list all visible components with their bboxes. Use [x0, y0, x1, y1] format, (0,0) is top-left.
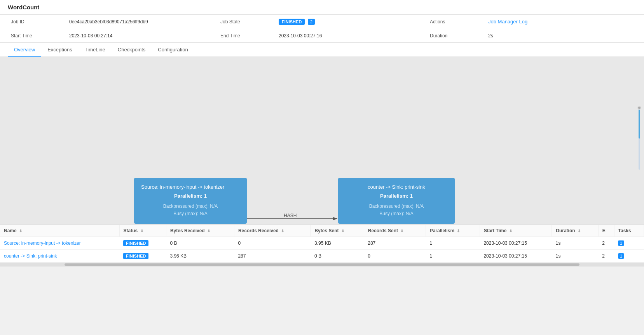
col-start-time[interactable]: Start Time ⬍: [480, 225, 552, 237]
duration-value-cell: 2s: [485, 29, 636, 42]
end-time-label-cell: End Time: [217, 29, 276, 42]
start-time-label-cell: Start Time: [8, 29, 66, 42]
end-time-value: 2023-10-03 00:27:16: [279, 33, 322, 39]
duration-label-cell: Duration: [427, 29, 485, 42]
job-id-value-cell: 0ee4ca20ab3ebf03d89071a256ff9db9: [66, 15, 217, 29]
table-scroll-bar[interactable]: [0, 263, 644, 267]
row-bytes-received: 0 B: [166, 237, 234, 250]
actions-label-cell: Actions: [427, 15, 485, 29]
duration-label: Duration: [430, 33, 447, 39]
row-status: FINISHED: [119, 237, 166, 250]
row-tasks: 1: [614, 237, 644, 250]
col-bytes-sent[interactable]: Bytes Sent ⬍: [311, 225, 364, 237]
canvas-scrollbar-track: [639, 107, 640, 170]
sink-busy: Busy (max): N/A: [345, 210, 448, 217]
row-records-sent: 0: [364, 250, 426, 263]
name-sort-icon: ⬍: [19, 229, 22, 233]
col-status[interactable]: Status ⬍: [119, 225, 166, 237]
row-name[interactable]: Source: in-memory-input -> tokenizer: [0, 237, 119, 250]
actions-value-cell[interactable]: Job Manager Log: [485, 15, 636, 29]
sink-node-stats: Backpressured (max): N/A Busy (max): N/A: [345, 203, 448, 217]
sink-backpressured: Backpressured (max): N/A: [345, 203, 448, 210]
start-time-value-cell: 2023-10-03 00:27:14: [66, 29, 217, 42]
source-busy: Busy (max): N/A: [141, 210, 240, 217]
tab-overview[interactable]: Overview: [8, 43, 41, 57]
row-records-received: 0: [234, 237, 311, 250]
graph-arrow-svg: [0, 57, 644, 225]
bytes-sent-sort-icon: ⬍: [341, 229, 344, 233]
canvas-scrollbar-thumb[interactable]: [639, 107, 640, 139]
row-tasks: 1: [614, 250, 644, 263]
start-time-value: 2023-10-03 00:27:14: [69, 33, 112, 39]
col-tasks[interactable]: Tasks: [614, 225, 644, 237]
canvas-scroll-handle[interactable]: [637, 106, 641, 110]
table-body: Source: in-memory-input -> tokenizerFINI…: [0, 237, 644, 263]
source-node-stats: Backpressured (max): N/A Busy (max): N/A: [141, 203, 240, 217]
row-e: 2: [598, 237, 614, 250]
col-name[interactable]: Name ⬍: [0, 225, 119, 237]
app-title: WordCount: [8, 4, 39, 11]
col-duration[interactable]: Duration ⬍: [552, 225, 598, 237]
tab-timeline[interactable]: TimeLine: [79, 43, 112, 57]
row-parallelism: 1: [426, 250, 480, 263]
table-scroll-thumb[interactable]: [65, 263, 580, 266]
row-parallelism: 1: [426, 237, 480, 250]
col-records-received[interactable]: Records Received ⬍: [234, 225, 311, 237]
row-bytes-sent: 0 B: [311, 250, 364, 263]
edge-label: HASH: [284, 213, 297, 218]
row-start-time: 2023-10-03 00:27:15: [480, 237, 552, 250]
job-id-label-cell: Job ID: [8, 15, 66, 29]
start-time-label: Start Time: [11, 33, 32, 39]
tab-checkpoints[interactable]: Checkpoints: [112, 43, 152, 57]
row-records-sent: 287: [364, 237, 426, 250]
job-id-label: Job ID: [11, 19, 24, 25]
job-info-panel: Job ID 0ee4ca20ab3ebf03d89071a256ff9db9 …: [0, 15, 644, 43]
table-row: counter -> Sink: print-sinkFINISHED3.96 …: [0, 250, 644, 263]
sink-node[interactable]: counter -> Sink: print-sink Parallelism:…: [338, 178, 455, 224]
row-bytes-received: 3.96 KB: [166, 250, 234, 263]
job-state-value-cell: FINISHED 2: [276, 15, 427, 29]
tab-exceptions[interactable]: Exceptions: [41, 43, 79, 57]
col-bytes-received[interactable]: Bytes Received ⬍: [166, 225, 234, 237]
table-header-row: Name ⬍ Status ⬍ Bytes Received ⬍ Records…: [0, 225, 644, 237]
end-time-value-cell: 2023-10-03 00:27:16: [276, 29, 427, 42]
row-name[interactable]: counter -> Sink: print-sink: [0, 250, 119, 263]
start-time-sort-icon: ⬍: [509, 229, 512, 233]
row-records-received: 287: [234, 250, 311, 263]
job-state-label: Job State: [220, 19, 240, 25]
job-state-badge: FINISHED: [279, 19, 305, 25]
tabs-bar: Overview Exceptions TimeLine Checkpoints…: [0, 43, 644, 57]
table-row: Source: in-memory-input -> tokenizerFINI…: [0, 237, 644, 250]
job-graph-canvas: HASH Source: in-memory-input -> tokenize…: [0, 57, 644, 225]
jobs-table-section: Name ⬍ Status ⬍ Bytes Received ⬍ Records…: [0, 225, 644, 267]
row-start-time: 2023-10-03 00:27:15: [480, 250, 552, 263]
duration-sort-icon: ⬍: [578, 229, 581, 233]
row-e: 2: [598, 250, 614, 263]
status-sort-icon: ⬍: [140, 229, 143, 233]
row-bytes-sent: 3.95 KB: [311, 237, 364, 250]
col-parallelism[interactable]: Parallelism ⬍: [426, 225, 480, 237]
col-records-sent[interactable]: Records Sent ⬍: [364, 225, 426, 237]
row-status: FINISHED: [119, 250, 166, 263]
job-manager-log-link[interactable]: Job Manager Log: [488, 19, 527, 25]
app-header: WordCount: [0, 0, 644, 15]
job-id-value: 0ee4ca20ab3ebf03d89071a256ff9db9: [69, 19, 148, 25]
jobs-table: Name ⬍ Status ⬍ Bytes Received ⬍ Records…: [0, 225, 644, 263]
records-received-sort-icon: ⬍: [281, 229, 284, 233]
actions-label: Actions: [430, 19, 445, 25]
records-sent-sort-icon: ⬍: [400, 229, 403, 233]
sink-node-title: counter -> Sink: print-sink: [345, 184, 448, 190]
source-node[interactable]: Source: in-memory-input -> tokenizer Par…: [134, 178, 247, 224]
sink-node-parallelism: Parallelism: 1: [345, 193, 448, 199]
source-node-parallelism: Parallelism: 1: [141, 193, 240, 199]
job-state-count: 2: [308, 19, 315, 25]
job-state-label-cell: Job State: [217, 15, 276, 29]
source-backpressured: Backpressured (max): N/A: [141, 203, 240, 210]
row-duration: 1s: [552, 237, 598, 250]
row-duration: 1s: [552, 250, 598, 263]
duration-value: 2s: [488, 33, 493, 39]
end-time-label: End Time: [220, 33, 240, 39]
tab-configuration[interactable]: Configuration: [152, 43, 194, 57]
bytes-received-sort-icon: ⬍: [207, 229, 210, 233]
col-e[interactable]: E: [598, 225, 614, 237]
